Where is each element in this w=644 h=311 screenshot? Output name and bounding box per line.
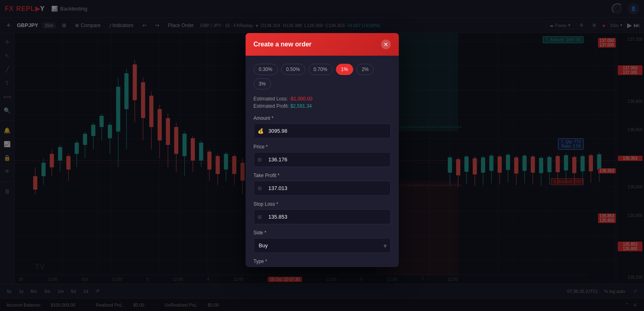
estimates-section: Estimated Loss: -$1,000.00 Estimated Pro… <box>254 96 391 109</box>
amount-icon: 💰 <box>258 128 264 134</box>
risk-3-button[interactable]: 3% <box>254 78 271 90</box>
close-icon: ✕ <box>383 41 388 48</box>
stop-loss-input[interactable] <box>254 209 391 224</box>
modal-close-button[interactable]: ✕ <box>381 40 391 49</box>
estimated-loss-value: -$1,000.00 <box>289 96 312 102</box>
price-label: Price * <box>254 144 391 150</box>
risk-1-button[interactable]: 1% <box>336 64 353 75</box>
amount-label: Amount * <box>254 115 391 121</box>
estimated-loss-row: Estimated Loss: -$1,000.00 <box>254 96 391 102</box>
side-select[interactable]: Buy Sell <box>254 238 391 253</box>
type-field-group: Type * <box>254 259 391 264</box>
price-field-group: Price * ⊞ <box>254 144 391 167</box>
risk-2-button[interactable]: 2% <box>356 64 374 75</box>
stop-loss-field-group: Stop Loss * ⊞ <box>254 201 391 224</box>
stop-loss-label: Stop Loss * <box>254 201 391 207</box>
price-icon: ⊞ <box>258 157 262 163</box>
stop-loss-wrapper: ⊞ <box>254 209 391 224</box>
price-wrapper: ⊞ <box>254 152 391 167</box>
risk-070-button[interactable]: 0.70% <box>308 64 333 75</box>
side-field-group: Side * Buy Sell ▾ <box>254 230 391 253</box>
amount-input[interactable] <box>254 123 391 138</box>
modal-title: Create a new order <box>254 41 312 48</box>
modal-body: 0.30% 0.50% 0.70% 1% 2% 3% Estimated Los… <box>246 56 399 267</box>
type-label: Type * <box>254 259 391 264</box>
amount-wrapper: 💰 <box>254 123 391 138</box>
estimated-profit-label: Estimated Profit: <box>254 103 289 109</box>
risk-percentage-row: 0.30% 0.50% 0.70% 1% 2% 3% <box>254 64 391 90</box>
side-wrapper: Buy Sell ▾ <box>254 238 391 253</box>
take-profit-label: Take Profit * <box>254 173 391 178</box>
take-profit-wrapper: ⊞ <box>254 181 391 196</box>
risk-030-button[interactable]: 0.30% <box>254 64 278 75</box>
risk-050-button[interactable]: 0.50% <box>281 64 305 75</box>
estimated-loss-label: Estimated Loss: <box>254 96 288 102</box>
take-profit-icon: ⊞ <box>258 186 262 191</box>
modal-header: Create a new order ✕ <box>246 33 399 56</box>
take-profit-input[interactable] <box>254 181 391 196</box>
estimated-profit-value: $2,591.34 <box>290 103 312 109</box>
side-label: Side * <box>254 230 391 236</box>
estimated-profit-row: Estimated Profit: $2,591.34 <box>254 103 391 109</box>
stop-loss-icon: ⊞ <box>258 214 262 220</box>
modal-overlay: Create a new order ✕ 0.30% 0.50% 0.70% 1… <box>0 0 644 311</box>
price-input[interactable] <box>254 152 391 167</box>
amount-field-group: Amount * 💰 <box>254 115 391 138</box>
create-order-modal: Create a new order ✕ 0.30% 0.50% 0.70% 1… <box>246 33 399 267</box>
take-profit-field-group: Take Profit * ⊞ <box>254 173 391 196</box>
